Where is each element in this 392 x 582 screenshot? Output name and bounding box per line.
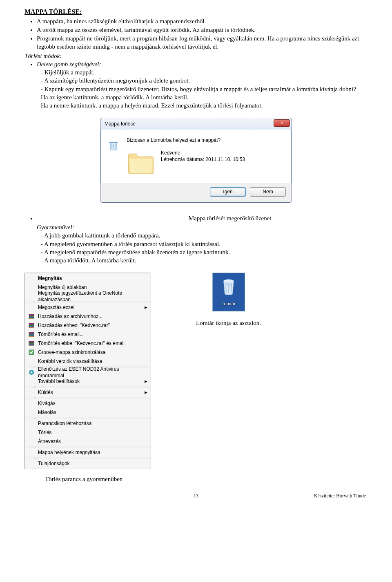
svg-rect-8 [29,326,34,327]
folder-icon [127,150,155,178]
context-menu-caption: Törlés parancs a gyorsmenüben [45,475,151,483]
svg-rect-4 [29,317,34,318]
context-menu-item[interactable]: Ellenőrzés az ESET NOD32 Antivirus progr… [26,368,150,377]
desktop-recycle-bin: Lomtár Lomtár ikonja az asztalon. [196,273,261,327]
grv-icon [28,349,35,356]
context-menu-item[interactable]: Parancsikon létrehozása [26,419,150,428]
dialog-body: Biztosan a Lomtárba helyezi ezt a mappát… [100,130,292,182]
context-menu-item[interactable]: Mappa helyének megnyitása [26,448,150,457]
svg-rect-15 [29,342,34,344]
recycle-bin-tile[interactable]: Lomtár [212,273,245,311]
recycle-bin-caption: Lomtár ikonja az asztalon. [196,319,261,327]
eset-icon [28,369,35,376]
intro-bullet: A mappára, ha nincs szükségünk eltávolít… [37,17,368,25]
dialog-folder-name: Kedvenc [161,150,245,156]
svg-rect-7 [29,325,34,326]
recycle-bin-icon [107,139,120,177]
dialog-question: Biztosan a Lomtárba helyezi ezt a mappát… [127,137,285,143]
svg-rect-11 [29,334,34,335]
context-menu-item[interactable]: Másolás [26,408,150,417]
method-delete-item: Delete gomb segítségével: - Kijelöljük a… [37,60,368,110]
intro-bullet: Programok mappáit ne töröljünk, mert a p… [37,34,368,51]
delete-step: Ha az igenre kattintunk, a mappa törlődi… [41,93,368,101]
context-menu-item[interactable]: Átnevezés [26,437,150,446]
menu-separator [37,302,149,302]
context-menu-item-label: Törlés [38,429,51,436]
context-menu-item[interactable]: Megnyitás [26,274,150,283]
dialog-titlebar: Mappa törlése × [100,118,292,130]
context-menu-item-label: Kivágás [38,400,56,407]
rar-icon [28,331,35,338]
context-menu-item[interactable]: Korábbi verziók visszaállítása [26,357,150,366]
method-contextmenu-list: Mappa törlését megerősítő üzenet. Gyorsm… [24,214,368,265]
dialog-caption: Mappa törlését megerősítő üzenet. [94,214,368,222]
context-menu-item-label: Mappa helyének megnyitása [38,449,100,456]
menu-separator [37,387,149,387]
delete-step: - Kijelöljük a mappát. [41,68,368,76]
context-menu-item[interactable]: További beállítások▶ [26,377,150,386]
no-button[interactable]: Nem [250,187,286,197]
svg-rect-10 [29,332,34,334]
context-menu-item-label: Tömörítés ebbe: "Kedvenc.rar" és email [38,340,125,347]
context-menu-item[interactable]: Megosztás ezzel▶ [26,303,150,312]
recycle-bin-label: Lomtár [221,301,235,307]
context-step: - A mappa törlődött. A lomtárba került. [41,256,368,264]
context-menu: MegnyitásMegnyitás új ablakbanMegnyitás … [24,273,151,469]
context-step: - A megjelenő mappatörlés megerősítése a… [41,248,368,256]
close-button[interactable]: × [274,119,290,127]
context-step: - A jobb gombbal kattintunk a törlendő m… [41,231,368,240]
delete-step: - A számítógép billentyűzetén megnyomjuk… [41,76,368,85]
context-menu-item[interactable]: Groove-mappa szinkronizálása [26,348,150,357]
svg-rect-3 [29,316,34,317]
svg-rect-2 [29,314,34,316]
rar-icon [28,313,35,320]
section-title: MAPPA TÖRLÉSE: [24,7,368,16]
context-menu-item[interactable]: Küldés▶ [26,388,150,397]
context-menu-item-label: Hozzáadás az archívumhoz... [38,313,102,320]
context-menu-item-label: Tömörítés és email... [38,331,84,338]
context-menu-item[interactable]: Tulajdonságok [26,459,150,468]
page-footer: 13 Készítette: Horváth Tünde [24,492,368,499]
context-menu-item-label: Másolás [38,409,56,416]
context-menu-item[interactable]: Megnyitás jegyzetfüzetként a OneNote alk… [26,292,150,301]
context-menu-item[interactable]: Hozzáadás ehhez: "Kedvenc.rar" [26,321,150,330]
context-menu-item[interactable]: Kivágás [26,399,150,408]
context-menu-item-label: Hozzáadás ehhez: "Kedvenc.rar" [38,322,110,329]
menu-separator [37,398,149,398]
dialog-title-text: Mappa törlése [105,121,136,127]
context-menu-item[interactable]: Tömörítés ebbe: "Kedvenc.rar" és email [26,339,150,348]
dialog-screenshot: Mappa törlése × Biztosan a Lomtárba hely… [24,118,368,202]
context-menu-item[interactable]: Hozzáadás az archívumhoz... [26,312,150,321]
method-contextmenu-item: Mappa törlését megerősítő üzenet. Gyorsm… [37,214,368,265]
svg-rect-12 [29,335,34,336]
context-menu-item-label: Korábbi verziók visszaállítása [38,358,102,365]
method-contextmenu-label: Gyorsmenüvel: [37,224,74,231]
yes-button[interactable]: Igen [210,187,246,197]
menu-separator [37,458,149,458]
method-delete-label: Delete gomb segítségével: [37,61,101,67]
context-menu-item[interactable]: Törlés [26,428,150,437]
methods-heading: Törlési módok: [24,52,368,60]
intro-bullet: A törölt mappa az összes elemével, tarta… [37,26,368,34]
menu-separator [37,418,149,418]
context-menu-item[interactable]: Tömörítés és email... [26,330,150,339]
menu-separator [37,447,149,447]
page-number: 13 [139,492,252,499]
method-delete-list: Delete gomb segítségével: - Kijelöljük a… [24,60,368,110]
intro-bullets: A mappára, ha nincs szükségünk eltávolít… [24,17,368,51]
submenu-arrow-icon: ▶ [145,379,147,384]
context-menu-item-label: Tulajdonságok [38,460,70,467]
context-menu-item-label: Küldés [38,389,53,396]
folder-delete-dialog: Mappa törlése × Biztosan a Lomtárba hely… [100,118,292,202]
delete-step: - Kapunk egy mappatörlést megerősítő üze… [41,85,368,93]
context-menu-item-label: Megosztás ezzel [38,304,74,311]
context-menu-item-label: Parancsikon létrehozása [38,420,91,427]
svg-rect-6 [29,323,34,325]
context-menu-item-label: Megnyitás [38,275,62,282]
context-menu-item-label: Átnevezés [38,438,61,445]
svg-point-19 [31,372,33,374]
svg-rect-16 [29,344,34,345]
delete-step: Ha a nemre kattintunk, a mappa a helyén … [41,101,368,110]
dialog-folder-date: Létrehozás dátuma: 2011.11.10. 10:53 [161,156,245,163]
context-menu-item-label: További beállítások [38,378,80,385]
